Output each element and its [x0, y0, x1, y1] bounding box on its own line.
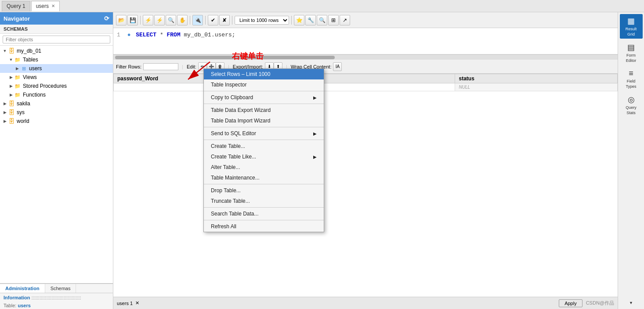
tree-item-stored-procedures[interactable]: ▶ 📁 Stored Procedures — [0, 82, 113, 90]
folder-icon-functions: 📁 — [14, 91, 21, 98]
tree-item-my_db_01[interactable]: ▼ 🗄 my_db_01 — [0, 47, 113, 55]
format-btn[interactable]: 🔧 — [305, 15, 316, 25]
sidebar: Navigator ⟳ SCHEMAS ▼ 🗄 my_db_01 ▼ 📁 Tab… — [0, 12, 113, 309]
tree-label-world: world — [17, 118, 29, 124]
ctx-truncate-table[interactable]: Truncate Table... — [204, 196, 324, 206]
sidebar-tab-administration[interactable]: Administration — [0, 284, 45, 293]
form-editor-btn[interactable]: ▤ Form Editor — [620, 40, 643, 65]
reconnect-btn[interactable]: 🔌 — [192, 15, 203, 25]
bookmark-btn[interactable]: ⭐ — [294, 15, 304, 25]
tab-query1[interactable]: Query 1 — [2, 1, 30, 11]
ctx-select-rows[interactable]: Select Rows – Limit 1000 — [204, 69, 324, 79]
tab-query1-label: Query 1 — [7, 3, 25, 9]
tree-item-sakila[interactable]: ▶ 🗄 sakila — [0, 99, 113, 108]
annotation-text: 右键单击 — [232, 51, 264, 61]
ctx-sep6 — [204, 207, 324, 208]
tree-item-views[interactable]: ▶ 📁 Views — [0, 73, 113, 82]
arrow-sakila: ▶ — [2, 101, 8, 106]
db-icon: 🗄 — [8, 47, 15, 54]
limit-select[interactable]: Limit to 1000 rows Limit to 500 rows Don… — [235, 16, 289, 25]
sidebar-title: Navigator — [4, 15, 30, 22]
ctx-alter-table[interactable]: Alter Table... — [204, 162, 324, 172]
filter-box — [0, 34, 113, 46]
main-layout: Navigator ⟳ SCHEMAS ▼ 🗄 my_db_01 ▼ 📁 Tab… — [0, 12, 644, 309]
tab-users[interactable]: users ✕ — [31, 1, 60, 11]
result-tab-label[interactable]: users 1 — [117, 301, 133, 306]
sidebar-header: Navigator ⟳ — [0, 12, 113, 25]
ctx-search-data[interactable]: Search Table Data... — [204, 208, 324, 219]
filter-input[interactable] — [3, 36, 110, 43]
horizontal-scrollbar[interactable] — [113, 54, 618, 60]
ctx-sep5 — [204, 184, 324, 184]
ctx-export-wizard[interactable]: Table Data Export Wizard — [204, 105, 324, 115]
tree-label-sys: sys — [17, 109, 25, 115]
ctx-import-wizard[interactable]: Table Data Import Wizard — [204, 115, 324, 126]
arrow-functions: ▶ — [8, 93, 14, 97]
cell-status: NULL — [455, 83, 618, 91]
commit-btn[interactable]: ✔ — [208, 15, 218, 25]
arrow-tables: ▼ — [8, 57, 14, 62]
result-grid[interactable]: password_Word status NULL — [113, 74, 618, 297]
execute-btn[interactable]: ⚡ — [143, 15, 153, 25]
sql-editor[interactable]: 1 ● SELECT * FROM my_db_01.users; — [113, 28, 618, 54]
db-icon-sakila: 🗄 — [8, 100, 15, 107]
invisible-btn[interactable]: ⊞ — [328, 15, 339, 25]
ctx-send-arrow: ▶ — [313, 131, 317, 136]
table-icon-users: ⊞ — [20, 65, 27, 72]
export-btn[interactable]: ↗ — [340, 15, 350, 25]
ctx-refresh-all[interactable]: Refresh All — [204, 221, 324, 232]
stop-btn[interactable]: ✋ — [177, 15, 188, 25]
ctx-table-inspector[interactable]: Table Inspector — [204, 79, 324, 90]
sidebar-refresh-icon[interactable]: ⟳ — [104, 15, 109, 22]
ctx-table-maintenance[interactable]: Table Maintenance... — [204, 172, 324, 183]
watermark: CSDN@作品 — [586, 300, 614, 306]
tree-label-sakila: sakila — [17, 101, 30, 107]
ctx-create-table[interactable]: Create Table... — [204, 141, 324, 151]
arrow-world: ▶ — [2, 119, 8, 123]
ctx-copy-clipboard[interactable]: Copy to Clipboard ▶ — [204, 92, 324, 103]
save-btn[interactable]: 💾 — [127, 15, 138, 25]
tree-item-sys[interactable]: ▶ 🗄 sys — [0, 108, 113, 117]
wrap-btn[interactable]: IA — [333, 62, 342, 71]
edit-label: Edit: — [187, 64, 196, 69]
field-types-btn[interactable]: ≡ Field Types — [620, 67, 643, 91]
tree-item-users[interactable]: ▶ ⊞ users — [0, 64, 113, 73]
toolbar-sep4 — [232, 16, 232, 25]
scroll-thumb[interactable] — [115, 56, 335, 59]
ctx-send-sql[interactable]: Send to SQL Editor ▶ — [204, 128, 324, 139]
tree-item-tables[interactable]: ▼ 📁 Tables — [0, 55, 113, 64]
folder-icon-views: 📁 — [14, 74, 21, 81]
arrow-users: ▶ — [14, 66, 20, 71]
result-grid-btn[interactable]: ▦ Result Grid — [620, 14, 643, 39]
apply-button[interactable]: Apply — [559, 299, 582, 307]
rollback-btn[interactable]: ✘ — [219, 15, 230, 25]
scroll-down-btn[interactable]: ▼ — [620, 298, 643, 307]
tab-users-close[interactable]: ✕ — [51, 4, 55, 8]
result-tab-close[interactable]: ✕ — [135, 300, 139, 306]
result-table: password_Word status NULL — [113, 74, 618, 91]
filter-rows-input[interactable] — [143, 63, 178, 70]
ctx-create-table-like[interactable]: Create Table Like... ▶ — [204, 151, 324, 162]
ctx-sep7 — [204, 220, 324, 220]
ctx-sep3 — [204, 127, 324, 127]
query-stats-icon: ◎ — [628, 95, 635, 104]
tab-users-label: users — [36, 3, 49, 9]
find-btn[interactable]: 🔍 — [317, 15, 327, 25]
explain-btn[interactable]: 🔍 — [166, 15, 176, 25]
arrow-my_db_01: ▼ — [2, 49, 8, 53]
right-panel: ▦ Result Grid ▤ Form Editor ≡ Field Type… — [618, 12, 644, 309]
tree-item-functions[interactable]: ▶ 📁 Functions — [0, 90, 113, 99]
line-number: 1 — [117, 32, 120, 38]
open-file-btn[interactable]: 📂 — [116, 15, 127, 25]
ctx-sep4 — [204, 140, 324, 140]
tree-label-users: users — [29, 65, 42, 72]
ctx-drop-table[interactable]: Drop Table... — [204, 185, 324, 196]
query-stats-btn[interactable]: ◎ Query Stats — [620, 93, 643, 117]
sidebar-tab-schemas[interactable]: Schemas — [45, 284, 76, 293]
arrow-sys: ▶ — [2, 110, 8, 115]
tree-label-functions: Functions — [23, 92, 46, 98]
execute-current-btn[interactable]: ⚡ — [154, 15, 165, 25]
table-row: NULL — [114, 83, 618, 91]
sidebar-info: Information ::::::::::::::::::::::::::::… — [0, 293, 113, 302]
tree-item-world[interactable]: ▶ 🗄 world — [0, 117, 113, 126]
